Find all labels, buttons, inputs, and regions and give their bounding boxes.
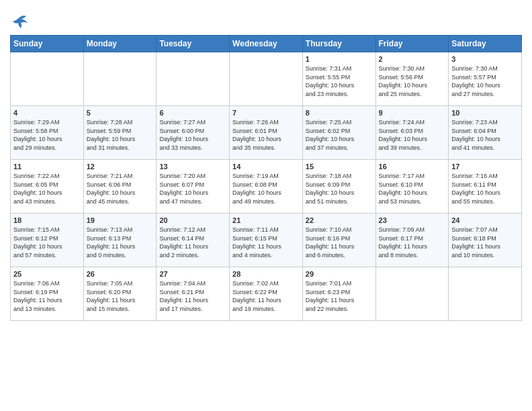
day-info: Sunrise: 7:21 AM Sunset: 6:06 PM Dayligh… <box>87 172 154 205</box>
day-number: 27 <box>159 270 226 278</box>
calendar-cell <box>375 267 449 321</box>
day-number: 16 <box>379 163 446 171</box>
calendar-week-row: 1Sunrise: 7:31 AM Sunset: 5:55 PM Daylig… <box>11 52 522 106</box>
day-number: 12 <box>87 163 154 171</box>
day-number: 1 <box>306 55 373 63</box>
day-info: Sunrise: 7:22 AM Sunset: 6:05 PM Dayligh… <box>13 172 81 205</box>
day-info: Sunrise: 7:12 AM Sunset: 6:14 PM Dayligh… <box>159 226 226 259</box>
calendar-cell: 13Sunrise: 7:20 AM Sunset: 6:07 PM Dayli… <box>157 160 230 214</box>
calendar-cell: 1Sunrise: 7:31 AM Sunset: 5:55 PM Daylig… <box>302 52 375 106</box>
day-number: 18 <box>13 216 81 224</box>
header-day-friday: Friday <box>375 36 449 52</box>
calendar-cell <box>230 52 303 106</box>
header-day-saturday: Saturday <box>449 36 522 52</box>
day-number: 4 <box>13 109 81 117</box>
day-number: 15 <box>306 163 373 171</box>
day-number: 19 <box>87 216 154 224</box>
day-number: 22 <box>306 216 373 224</box>
calendar-cell <box>157 52 230 106</box>
day-info: Sunrise: 7:29 AM Sunset: 5:58 PM Dayligh… <box>13 118 81 152</box>
calendar-cell: 5Sunrise: 7:28 AM Sunset: 5:59 PM Daylig… <box>83 106 157 160</box>
day-number: 14 <box>232 163 300 171</box>
day-number: 26 <box>87 270 154 278</box>
day-info: Sunrise: 7:30 AM Sunset: 5:56 PM Dayligh… <box>379 64 446 98</box>
day-info: Sunrise: 7:31 AM Sunset: 5:55 PM Dayligh… <box>306 64 373 98</box>
calendar-cell: 28Sunrise: 7:02 AM Sunset: 6:22 PM Dayli… <box>230 267 303 321</box>
day-info: Sunrise: 7:02 AM Sunset: 6:22 PM Dayligh… <box>232 279 300 313</box>
day-info: Sunrise: 7:16 AM Sunset: 6:11 PM Dayligh… <box>451 172 519 205</box>
calendar-cell <box>11 52 84 106</box>
day-info: Sunrise: 7:24 AM Sunset: 6:03 PM Dayligh… <box>379 118 446 152</box>
calendar-cell <box>449 267 522 321</box>
calendar-header-row: SundayMondayTuesdayWednesdayThursdayFrid… <box>11 36 522 52</box>
header-day-monday: Monday <box>83 36 157 52</box>
calendar-cell: 17Sunrise: 7:16 AM Sunset: 6:11 PM Dayli… <box>449 160 522 214</box>
day-info: Sunrise: 7:19 AM Sunset: 6:08 PM Dayligh… <box>232 172 300 205</box>
logo <box>10 12 32 31</box>
day-info: Sunrise: 7:13 AM Sunset: 6:13 PM Dayligh… <box>87 226 154 259</box>
logo-bird-icon <box>10 12 29 31</box>
day-info: Sunrise: 7:25 AM Sunset: 6:02 PM Dayligh… <box>306 118 373 152</box>
day-info: Sunrise: 7:09 AM Sunset: 6:17 PM Dayligh… <box>379 226 446 259</box>
day-number: 10 <box>451 109 519 117</box>
calendar-cell: 21Sunrise: 7:11 AM Sunset: 6:15 PM Dayli… <box>230 214 303 267</box>
day-info: Sunrise: 7:01 AM Sunset: 6:23 PM Dayligh… <box>306 279 373 313</box>
day-number: 2 <box>379 55 446 63</box>
day-number: 20 <box>159 216 226 224</box>
calendar-cell: 18Sunrise: 7:15 AM Sunset: 6:12 PM Dayli… <box>11 214 84 267</box>
day-number: 21 <box>232 216 300 224</box>
calendar-cell: 9Sunrise: 7:24 AM Sunset: 6:03 PM Daylig… <box>375 106 449 160</box>
header-day-thursday: Thursday <box>302 36 375 52</box>
calendar-cell: 23Sunrise: 7:09 AM Sunset: 6:17 PM Dayli… <box>375 214 449 267</box>
day-info: Sunrise: 7:10 AM Sunset: 6:16 PM Dayligh… <box>306 226 373 259</box>
day-number: 9 <box>379 109 446 117</box>
day-info: Sunrise: 7:23 AM Sunset: 6:04 PM Dayligh… <box>451 118 519 152</box>
calendar-week-row: 25Sunrise: 7:06 AM Sunset: 6:19 PM Dayli… <box>11 267 522 321</box>
day-info: Sunrise: 7:30 AM Sunset: 5:57 PM Dayligh… <box>451 64 519 98</box>
day-info: Sunrise: 7:06 AM Sunset: 6:19 PM Dayligh… <box>13 279 81 313</box>
calendar-cell: 3Sunrise: 7:30 AM Sunset: 5:57 PM Daylig… <box>449 52 522 106</box>
day-number: 24 <box>451 216 519 224</box>
header <box>10 7 522 31</box>
day-number: 23 <box>379 216 446 224</box>
day-info: Sunrise: 7:27 AM Sunset: 6:00 PM Dayligh… <box>159 118 226 152</box>
calendar-table: SundayMondayTuesdayWednesdayThursdayFrid… <box>10 35 522 321</box>
calendar-cell: 24Sunrise: 7:07 AM Sunset: 6:18 PM Dayli… <box>449 214 522 267</box>
calendar-cell: 27Sunrise: 7:04 AM Sunset: 6:21 PM Dayli… <box>157 267 230 321</box>
day-info: Sunrise: 7:15 AM Sunset: 6:12 PM Dayligh… <box>13 226 81 259</box>
calendar-cell: 19Sunrise: 7:13 AM Sunset: 6:13 PM Dayli… <box>83 214 157 267</box>
calendar-cell: 7Sunrise: 7:26 AM Sunset: 6:01 PM Daylig… <box>230 106 303 160</box>
day-info: Sunrise: 7:11 AM Sunset: 6:15 PM Dayligh… <box>232 226 300 259</box>
day-number: 6 <box>159 109 226 117</box>
day-number: 28 <box>232 270 300 278</box>
calendar-cell: 8Sunrise: 7:25 AM Sunset: 6:02 PM Daylig… <box>302 106 375 160</box>
calendar-cell: 26Sunrise: 7:05 AM Sunset: 6:20 PM Dayli… <box>83 267 157 321</box>
calendar-cell: 2Sunrise: 7:30 AM Sunset: 5:56 PM Daylig… <box>375 52 449 106</box>
day-number: 11 <box>13 163 81 171</box>
calendar-week-row: 4Sunrise: 7:29 AM Sunset: 5:58 PM Daylig… <box>11 106 522 160</box>
header-day-wednesday: Wednesday <box>230 36 303 52</box>
day-info: Sunrise: 7:17 AM Sunset: 6:10 PM Dayligh… <box>379 172 446 205</box>
day-number: 13 <box>159 163 226 171</box>
header-day-sunday: Sunday <box>11 36 84 52</box>
day-info: Sunrise: 7:05 AM Sunset: 6:20 PM Dayligh… <box>87 279 154 313</box>
day-info: Sunrise: 7:04 AM Sunset: 6:21 PM Dayligh… <box>159 279 226 313</box>
calendar-cell <box>83 52 157 106</box>
day-number: 3 <box>451 55 519 63</box>
header-day-tuesday: Tuesday <box>157 36 230 52</box>
day-info: Sunrise: 7:07 AM Sunset: 6:18 PM Dayligh… <box>451 226 519 259</box>
day-number: 29 <box>306 270 373 278</box>
calendar-week-row: 11Sunrise: 7:22 AM Sunset: 6:05 PM Dayli… <box>11 160 522 214</box>
calendar-cell: 14Sunrise: 7:19 AM Sunset: 6:08 PM Dayli… <box>230 160 303 214</box>
calendar-cell: 6Sunrise: 7:27 AM Sunset: 6:00 PM Daylig… <box>157 106 230 160</box>
day-info: Sunrise: 7:20 AM Sunset: 6:07 PM Dayligh… <box>159 172 226 205</box>
calendar-week-row: 18Sunrise: 7:15 AM Sunset: 6:12 PM Dayli… <box>11 214 522 267</box>
day-number: 5 <box>87 109 154 117</box>
day-info: Sunrise: 7:26 AM Sunset: 6:01 PM Dayligh… <box>232 118 300 152</box>
day-info: Sunrise: 7:28 AM Sunset: 5:59 PM Dayligh… <box>87 118 154 152</box>
day-number: 8 <box>306 109 373 117</box>
calendar-cell: 22Sunrise: 7:10 AM Sunset: 6:16 PM Dayli… <box>302 214 375 267</box>
day-info: Sunrise: 7:18 AM Sunset: 6:09 PM Dayligh… <box>306 172 373 205</box>
calendar-cell: 16Sunrise: 7:17 AM Sunset: 6:10 PM Dayli… <box>375 160 449 214</box>
calendar-cell: 20Sunrise: 7:12 AM Sunset: 6:14 PM Dayli… <box>157 214 230 267</box>
